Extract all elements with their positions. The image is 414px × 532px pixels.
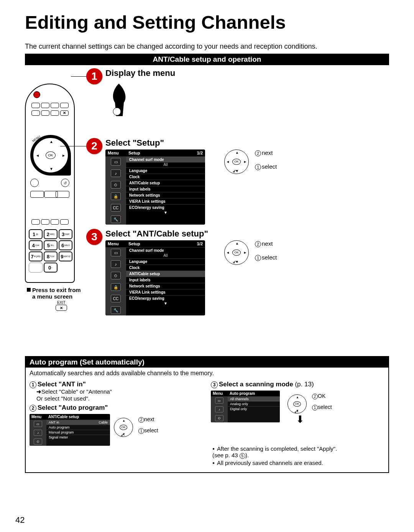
ap-step3-title: 3Select a scanning mode (p. 13): [211, 381, 384, 388]
picture-tab-icon: ▭: [215, 397, 223, 404]
keypad: 1@. 2ABC 3DEF 4GHI 5JKL 6MNO 7PQRS 8TUV …: [29, 229, 72, 273]
osd-autoprogram: MenuAuto program ▭ ♪ ⏲ All channels Anal…: [211, 391, 280, 422]
ok-button-icon: OK: [46, 151, 56, 159]
lock-tab-icon: 🔒: [111, 192, 121, 200]
timer-tab-icon: ⏲: [34, 438, 42, 445]
osd-antcable: MenuANT/Cable setup ▭ ♪ ⏲ ANT inCable Au…: [30, 414, 110, 446]
timer-tab-icon: ⏲: [111, 181, 121, 189]
exit-note: Press to exit from a menu screen: [27, 287, 90, 300]
audio-tab-icon: ♪: [111, 260, 121, 268]
auto-program-section: Auto program (Set automatically) Automat…: [25, 356, 389, 473]
lock-tab-icon: 🔒: [111, 283, 121, 291]
hand-pointer-icon: [105, 82, 132, 120]
osd-setup-2: MenuSetup1/2 ▭ ♪ ⏲ 🔒 CC 🔧 Channel surf m…: [105, 240, 205, 315]
remote-illustration: ✕ OK ▲ ▼ ◄ ► MENU ↺ 1@. 2ABC 3DEF 4GHI 5…: [25, 84, 75, 283]
ap-bullet-1: After the scanning is completed, select …: [212, 445, 384, 459]
step-3-badge: 3: [86, 229, 102, 245]
page-title: Editing and Setting Channels: [25, 11, 389, 33]
nav-diagram-2: ▲▼◄►OK ↶ 2next 1select: [224, 240, 286, 265]
osd-setup-1: MenuSetup1/2 ▭ ♪ ⏲ 🔒 CC 🔧 Channel surf m…: [105, 149, 205, 225]
auto-program-header: Auto program (Set automatically): [26, 357, 388, 368]
exit-button-illustration: EXIT ✕: [33, 300, 90, 311]
cc-tab-icon: CC: [111, 204, 121, 212]
cc-tab-icon: CC: [111, 295, 121, 302]
timer-tab-icon: ⏲: [111, 272, 121, 279]
ap-step1-line1: ➜Select "Cable" or "Antenna": [36, 388, 203, 395]
ap-step2-title: 2Select "Auto program": [30, 404, 203, 412]
step-1-title: Display the menu: [105, 68, 389, 78]
nav-diagram-1: ▲▼◄►OK ↶ 2next 1select: [224, 149, 286, 174]
down-arrow-icon: ⬇: [296, 414, 304, 425]
step-2-title: Select "Setup": [105, 138, 389, 148]
timer-tab-icon: ⏲: [215, 415, 223, 421]
power-button-icon: [33, 91, 40, 98]
setup-tab-icon: 🔧: [111, 306, 121, 314]
step-1-badge: 1: [86, 68, 102, 84]
section-header-antcable: ANT/Cable setup and operation: [25, 54, 389, 65]
intro-text: The current channel settings can be chan…: [25, 43, 389, 51]
audio-tab-icon: ♪: [34, 430, 42, 436]
svg-point-0: [113, 108, 121, 115]
audio-tab-icon: ♪: [111, 169, 121, 177]
picture-tab-icon: ▭: [111, 158, 121, 166]
audio-tab-icon: ♪: [215, 406, 223, 412]
round-button-right: ↺: [61, 179, 69, 187]
nav-diagram-3: ▲▼OK ↶ 2next 1select: [114, 418, 183, 437]
page-number: 42: [15, 515, 25, 525]
auto-program-desc: Automatically searches and adds availabl…: [30, 370, 384, 377]
ap-step1-title: 1Select "ANT in": [30, 381, 203, 388]
picture-tab-icon: ▭: [111, 249, 121, 256]
setup-tab-icon: 🔧: [111, 215, 121, 223]
round-button-left: [30, 179, 39, 187]
nav-diagram-4: ▲▼OK ↶ 2OK 1select: [288, 394, 356, 414]
ap-step1-line2: Or select "Not used".: [36, 395, 203, 402]
step-3-title: Select "ANT/Cable setup": [105, 229, 389, 239]
nav-wheel-icon: OK ▲ ▼ ◄ ►: [33, 137, 69, 173]
ap-bullet-2: All previously saved channels are erased…: [212, 460, 384, 466]
picture-tab-icon: ▭: [34, 421, 42, 427]
exit-key-icon: ✕: [60, 110, 69, 116]
step-2-badge: 2: [86, 138, 102, 154]
